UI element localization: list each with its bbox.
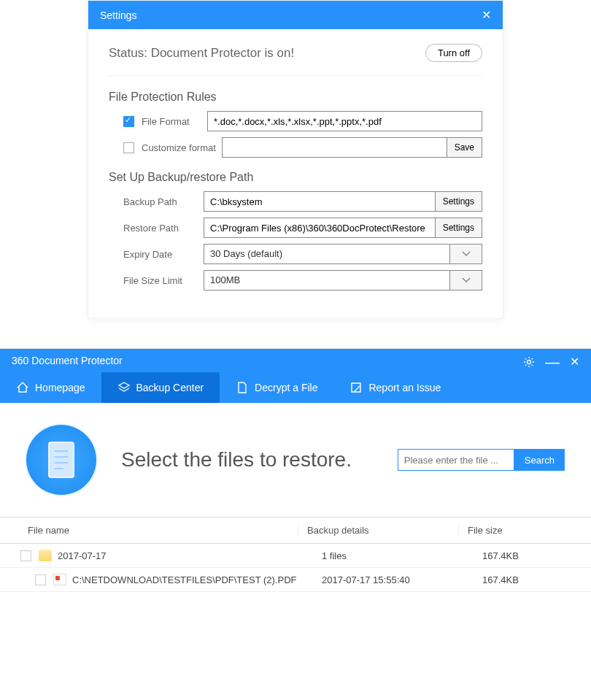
pdf-file-icon	[53, 574, 66, 585]
titlebar: 360 Document Protector — ✕	[0, 349, 591, 372]
customize-format-checkbox[interactable]	[123, 142, 134, 153]
file-format-checkbox[interactable]	[123, 116, 134, 127]
tabbar: Homepage Backup Center Decrypt a File Re…	[0, 372, 591, 403]
column-backup-details: Backup details	[298, 525, 458, 536]
close-icon[interactable]: ✕	[482, 8, 491, 22]
close-icon[interactable]: ✕	[570, 355, 579, 369]
table-header: File name Backup details File size	[0, 517, 591, 544]
file-format-label: File Format	[142, 116, 207, 127]
hero-section: Select the files to restore. Search	[0, 403, 591, 517]
restore-path-settings-button[interactable]: Settings	[436, 218, 482, 238]
column-file-size: File size	[458, 525, 563, 536]
document-hero-icon	[26, 425, 96, 495]
expiry-date-label: Expiry Date	[123, 249, 204, 260]
gear-icon[interactable]	[523, 356, 535, 368]
row-size: 167.4KB	[474, 574, 571, 585]
row-checkbox[interactable]	[35, 574, 46, 585]
expiry-date-dropdown[interactable]	[450, 244, 482, 264]
app-title: 360 Document Protector	[12, 355, 123, 372]
tab-decrypt-label: Decrypt a File	[255, 382, 317, 393]
file-format-input[interactable]	[207, 111, 482, 131]
folder-icon	[39, 550, 52, 561]
row-name: C:\NETDOWNLOAD\TESTFILES\PDF\TEST (2).PD…	[72, 574, 313, 585]
restore-path-input[interactable]	[204, 218, 436, 238]
save-button[interactable]: Save	[447, 137, 482, 158]
tab-decrypt[interactable]: Decrypt a File	[220, 372, 333, 403]
backup-path-input[interactable]	[204, 191, 436, 212]
customize-format-input[interactable]	[222, 137, 447, 158]
row-details: 1 files	[313, 550, 474, 561]
expiry-date-value: 30 Days (default)	[204, 244, 450, 264]
status-text: Status: Document Protector is on!	[109, 46, 294, 61]
settings-title: Settings	[100, 9, 137, 21]
turn-off-button[interactable]: Turn off	[425, 44, 482, 62]
backup-path-label: Backup Path	[123, 196, 204, 207]
search-input[interactable]	[398, 449, 514, 471]
tab-report-label: Report an Issue	[368, 382, 441, 393]
tab-report[interactable]: Report an Issue	[333, 372, 457, 403]
backup-path-settings-button[interactable]: Settings	[436, 191, 482, 212]
tab-homepage[interactable]: Homepage	[0, 372, 101, 403]
file-size-limit-value: 100MB	[204, 270, 450, 291]
edit-icon	[349, 381, 363, 394]
row-name: 2017-07-17	[58, 550, 313, 561]
column-file-name: File name	[28, 525, 298, 536]
settings-dialog: Settings ✕ Status: Document Protector is…	[88, 0, 503, 319]
chevron-down-icon	[462, 277, 471, 283]
layers-icon	[117, 381, 131, 394]
svg-point-0	[528, 360, 531, 364]
backup-path-title: Set Up Backup/restore Path	[109, 171, 482, 184]
tab-backup-label: Backup Center	[136, 382, 204, 393]
tab-homepage-label: Homepage	[35, 382, 85, 393]
table-row[interactable]: C:\NETDOWNLOAD\TESTFILES\PDF\TEST (2).PD…	[0, 567, 591, 592]
home-icon	[16, 381, 29, 394]
file-size-limit-dropdown[interactable]	[450, 270, 482, 291]
row-details: 2017-07-17 15:55:40	[313, 574, 474, 585]
file-protection-rules-title: File Protection Rules	[109, 91, 482, 104]
hero-title: Select the files to restore.	[121, 448, 373, 472]
chevron-down-icon	[462, 251, 471, 257]
row-size: 167.4KB	[474, 550, 571, 561]
file-icon	[236, 381, 249, 394]
main-window: 360 Document Protector — ✕ Homepage Back…	[0, 348, 591, 700]
customize-format-label: Customize format	[142, 142, 222, 153]
row-checkbox[interactable]	[20, 550, 31, 561]
settings-titlebar: Settings ✕	[88, 1, 503, 29]
tab-backup-center[interactable]: Backup Center	[101, 372, 220, 403]
minimize-icon[interactable]: —	[545, 358, 560, 366]
table-row[interactable]: 2017-07-17 1 files 167.4KB	[0, 544, 591, 567]
restore-path-label: Restore Path	[123, 223, 204, 234]
search-button[interactable]: Search	[514, 449, 565, 471]
svg-rect-1	[49, 442, 74, 477]
file-size-limit-label: File Size Limit	[123, 275, 204, 286]
